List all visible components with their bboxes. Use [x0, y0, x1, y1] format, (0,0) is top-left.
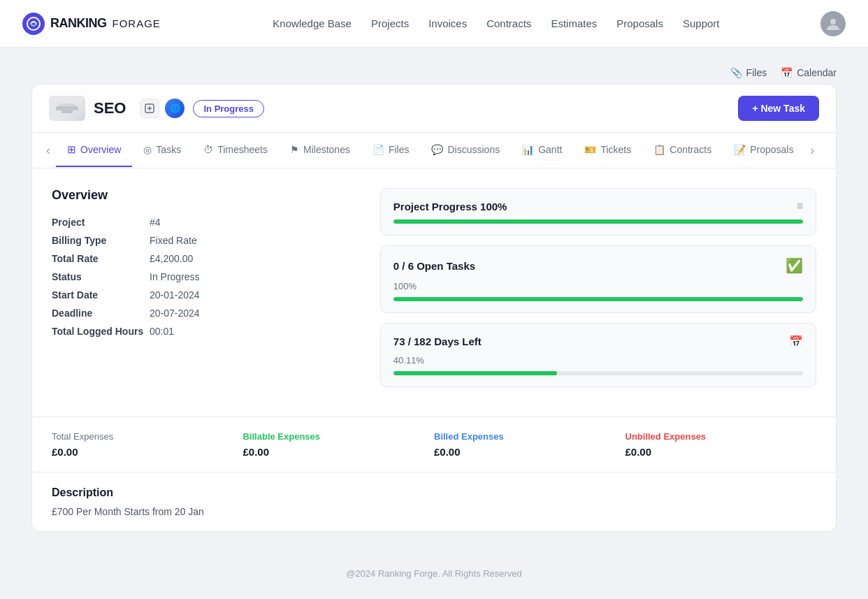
milestones-tab-icon: ⚑: [290, 144, 299, 155]
files-label: Files: [746, 67, 767, 78]
tab-next-button[interactable]: ›: [804, 133, 820, 168]
footer-text: @2024 Ranking Forge. All Rights Reserved: [346, 568, 522, 579]
overview-tab-icon: ⊞: [67, 143, 76, 156]
info-status: Status In Progress: [52, 271, 363, 282]
tab-tasks[interactable]: ◎ Tasks: [132, 134, 192, 166]
calendar-button[interactable]: 📅 Calendar: [781, 67, 837, 78]
nav-knowledge-base[interactable]: Knowledge Base: [273, 17, 352, 29]
timesheets-tab-label: Timesheets: [217, 144, 268, 155]
info-status-label: Status: [52, 271, 150, 282]
check-circle-icon: ✅: [786, 257, 803, 274]
info-total-rate-label: Total Rate: [52, 253, 150, 264]
tab-discussions[interactable]: 💬 Discussions: [420, 134, 511, 166]
user-avatar[interactable]: [820, 11, 846, 36]
calendar-icon: 📅: [781, 67, 793, 78]
tickets-tab-icon: 🎫: [584, 144, 596, 155]
tab-proposals[interactable]: 📝 Proposals: [723, 134, 804, 166]
info-start-date-value: 20-01-2024: [150, 289, 200, 301]
tasks-tab-icon: ◎: [143, 144, 152, 155]
tab-milestones[interactable]: ⚑ Milestones: [279, 134, 361, 166]
project-progress-header: Project Progress 100% ≡: [393, 200, 803, 212]
contracts-tab-label: Contracts: [670, 144, 711, 155]
nav-support[interactable]: Support: [683, 17, 720, 29]
unbilled-expenses: Unbilled Expenses £0.00: [625, 431, 817, 458]
description-title: Description: [52, 486, 816, 499]
new-task-button[interactable]: + New Task: [738, 96, 819, 121]
billable-expenses-label: Billable Expenses: [243, 431, 435, 442]
description-section: Description £700 Per Month Starts from 2…: [32, 472, 836, 531]
tab-files[interactable]: 📄 Files: [361, 134, 421, 166]
logo-ranking: RANKING: [50, 16, 107, 31]
info-deadline-label: Deadline: [52, 308, 150, 319]
info-deadline-value: 20-07-2024: [150, 308, 200, 319]
discussions-tab-label: Discussions: [447, 144, 500, 155]
info-total-rate: Total Rate £4,200.00: [52, 253, 363, 264]
project-logo: [49, 96, 85, 121]
proposals-tab-icon: 📝: [734, 144, 746, 155]
project-header: SEO 🌐 In Progress + New Task: [32, 85, 836, 133]
logo-icon: [22, 13, 45, 35]
overview-info: Overview Project #4 Billing Type Fixed R…: [52, 188, 363, 397]
info-logged-hours-value: 00:01: [150, 326, 174, 337]
navbar: RANKING FORAGE Knowledge Base Projects I…: [0, 0, 868, 48]
project-member-avatar[interactable]: 🌐: [165, 99, 185, 118]
tab-overview[interactable]: ⊞ Overview: [56, 133, 132, 167]
nav-projects[interactable]: Projects: [371, 17, 409, 29]
tab-prev-button[interactable]: ‹: [41, 133, 56, 168]
nav-contracts[interactable]: Contracts: [486, 17, 531, 29]
main-wrapper: 📎 Files 📅 Calendar SEO: [15, 48, 853, 543]
billed-expenses: Billed Expenses £0.00: [434, 431, 625, 458]
info-project-value: #4: [150, 217, 161, 228]
info-logged-hours: Total Logged Hours 00:01: [52, 326, 363, 337]
days-left-bar-fill: [393, 371, 557, 375]
files-tab-icon: 📄: [372, 144, 384, 155]
total-expenses-label: Total Expenses: [52, 431, 243, 442]
tasks-tab-label: Tasks: [156, 144, 181, 155]
info-billing-type: Billing Type Fixed Rate: [52, 235, 363, 246]
info-billing-type-value: Fixed Rate: [150, 235, 197, 246]
tabs-bar: ‹ ⊞ Overview ◎ Tasks ⏱ Timesheets ⚑ Mile…: [32, 133, 836, 168]
proposals-tab-label: Proposals: [750, 144, 793, 155]
project-progress-bar-fill: [393, 219, 803, 224]
days-calendar-icon: 📅: [789, 335, 803, 348]
nav-links: Knowledge Base Projects Invoices Contrac…: [194, 17, 798, 29]
nav-estimates[interactable]: Estimates: [551, 17, 597, 29]
toolbar-row: 📎 Files 📅 Calendar: [31, 59, 837, 84]
gantt-tab-label: Gantt: [538, 144, 562, 155]
gantt-tab-icon: 📊: [522, 144, 534, 155]
project-link-icon[interactable]: [140, 99, 159, 118]
total-expenses-value: £0.00: [52, 446, 243, 458]
status-badge[interactable]: In Progress: [193, 100, 264, 117]
tab-gantt[interactable]: 📊 Gantt: [511, 134, 573, 166]
unbilled-expenses-value: £0.00: [625, 446, 817, 458]
tab-tickets[interactable]: 🎫 Tickets: [573, 134, 642, 166]
project-progress-card: Project Progress 100% ≡: [380, 188, 816, 236]
files-tab-label: Files: [389, 144, 410, 155]
open-tasks-sub: 100%: [393, 281, 803, 291]
info-deadline: Deadline 20-07-2024: [52, 308, 363, 319]
milestones-tab-label: Milestones: [303, 144, 350, 155]
logo-forage: FORAGE: [113, 17, 161, 29]
overview-tab-label: Overview: [80, 144, 121, 155]
overview-section-title: Overview: [52, 188, 363, 203]
progress-cards: Project Progress 100% ≡ 0 / 6 Open Tasks…: [380, 188, 816, 397]
info-project: Project #4: [52, 217, 363, 228]
logo[interactable]: RANKING FORAGE: [22, 13, 161, 35]
open-tasks-header: 0 / 6 Open Tasks ✅: [393, 257, 803, 274]
billed-expenses-label: Billed Expenses: [434, 431, 625, 442]
tab-contracts[interactable]: 📋 Contracts: [642, 134, 723, 166]
tab-timesheets[interactable]: ⏱ Timesheets: [192, 134, 279, 166]
page-footer: @2024 Ranking Forge. All Rights Reserved: [0, 554, 868, 593]
files-button[interactable]: 📎 Files: [730, 67, 767, 78]
open-tasks-bar-bg: [393, 297, 803, 301]
nav-invoices[interactable]: Invoices: [428, 17, 467, 29]
description-text: £700 Per Month Starts from 20 Jan: [52, 506, 816, 517]
nav-proposals[interactable]: Proposals: [616, 17, 663, 29]
project-progress-title: Project Progress 100%: [393, 201, 507, 212]
svg-point-1: [830, 19, 836, 24]
info-billing-type-label: Billing Type: [52, 235, 150, 246]
project-card: SEO 🌐 In Progress + New Task ‹ ⊞ Overvie…: [31, 84, 837, 532]
project-title: SEO: [94, 99, 126, 117]
timesheets-tab-icon: ⏱: [203, 144, 213, 155]
info-status-value: In Progress: [150, 271, 200, 282]
